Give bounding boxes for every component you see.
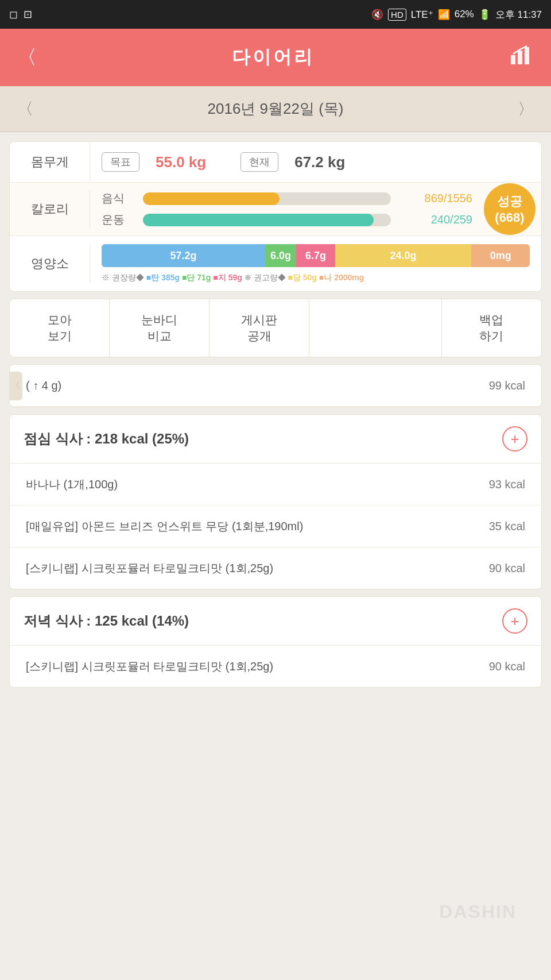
lunch-item-1[interactable]: [매일유업] 아몬드 브리즈 언스위트 무당 (1회분,190ml) 35 kc…	[10, 506, 541, 547]
carb-bar: 57.2g	[102, 244, 265, 267]
app-icon-1: ◻	[9, 8, 18, 21]
lunch-food-name-1: [매일유업] 아몬드 브리즈 언스위트 무당 (1회분,190ml)	[26, 518, 478, 534]
weight-row: 몸무게 목표 55.0 kg 현재 67.2 kg	[10, 142, 541, 183]
svg-rect-0	[511, 55, 515, 64]
food-progress-bg	[143, 192, 391, 205]
calorie-row: 칼로리 음식 869/1556 운동 240/259	[10, 183, 541, 236]
sugar-bar: 24.0g	[335, 244, 471, 267]
next-date-button[interactable]: 〉	[518, 98, 534, 120]
lunch-food-name-0: 바나나 (1개,100g)	[26, 476, 478, 492]
partial-item: ( ↑ 4 g) 99 kcal	[10, 365, 541, 407]
status-left-icons: ◻ ⊡	[9, 8, 32, 21]
dinner-food-kcal-0: 90 kcal	[489, 660, 525, 673]
lunch-food-name-2: [스키니랩] 시크릿포뮬러 타로밀크티맛 (1회,25g)	[26, 560, 478, 576]
dinner-section: 저녁 식사 : 125 kcal (14%) + [스키니랩] 시크릿포뮬러 타…	[9, 596, 542, 688]
lunch-section-header: 점심 식사 : 218 kcal (25%) +	[10, 415, 541, 464]
calorie-label: 칼로리	[10, 190, 90, 228]
fat-bar: 6.7g	[296, 244, 335, 267]
back-button[interactable]: 〈	[17, 44, 37, 71]
sodium-bar: 0mg	[471, 244, 530, 267]
nunbadi-button[interactable]: 눈바디 비교	[110, 299, 209, 357]
current-badge: 현재	[240, 152, 278, 172]
nutrition-bars: 57.2g 6.0g 6.7g 24.0g 0mg	[102, 244, 530, 267]
success-circle: 성공 (668)	[484, 183, 536, 235]
exercise-progress-fill	[143, 214, 374, 226]
weight-label: 몸무게	[10, 143, 90, 181]
time: 오후 11:37	[495, 8, 542, 21]
status-right: 🔇 HD LTE⁺ 📶 62% 🔋 오후 11:37	[371, 8, 542, 21]
svg-rect-2	[525, 47, 529, 64]
status-bar: ◻ ⊡ 🔇 HD LTE⁺ 📶 62% 🔋 오후 11:37	[0, 0, 551, 29]
watermark: DASHIN	[439, 901, 517, 923]
calorie-food-item: 음식 869/1556	[102, 191, 472, 206]
weight-data: 목표 55.0 kg 현재 67.2 kg	[90, 142, 541, 182]
dinner-add-button[interactable]: +	[502, 608, 527, 634]
chart-button[interactable]	[510, 45, 534, 70]
nutrition-label: 영양소	[10, 245, 90, 283]
food-progress-fill	[143, 192, 280, 205]
calorie-data: 음식 869/1556 운동 240/259	[90, 183, 484, 236]
svg-rect-1	[518, 51, 522, 64]
dinner-title: 저녁 식사 : 125 kcal (14%)	[24, 612, 189, 630]
action-bar: 모아 보기 눈바디 비교 게시판 공개 백업 하기	[9, 299, 542, 357]
app-icon-2: ⊡	[24, 8, 32, 21]
nutrition-note: ※ 권장량◆ ■탄 385g ■단 71g ■지 59g ※ 권고량◆ ■당 5…	[102, 273, 530, 283]
partial-section: 〈 ( ↑ 4 g) 99 kcal	[9, 364, 542, 407]
calorie-exercise-item: 운동 240/259	[102, 212, 472, 227]
collapse-arrow[interactable]: 〈	[9, 372, 22, 400]
dinner-food-name-0: [스키니랩] 시크릿포뮬러 타로밀크티맛 (1회,25g)	[26, 658, 478, 674]
partial-food-kcal: 99 kcal	[489, 379, 525, 392]
protein-bar: 6.0g	[265, 244, 296, 267]
goal-badge: 목표	[102, 152, 139, 172]
lunch-add-button[interactable]: +	[502, 426, 527, 452]
lte-label: LTE⁺	[411, 9, 433, 21]
backup-button[interactable]: 백업 하기	[442, 299, 541, 357]
exercise-progress-bg	[143, 214, 391, 226]
page-title: 다이어리	[232, 45, 315, 70]
lunch-title: 점심 식사 : 218 kcal (25%)	[24, 430, 189, 448]
nutrition-data: 57.2g 6.0g 6.7g 24.0g 0mg ※ 권장량◆ ■탄 385g…	[90, 236, 541, 291]
lunch-food-kcal-0: 93 kcal	[489, 478, 525, 491]
dinner-item-0[interactable]: [스키니랩] 시크릿포뮬러 타로밀크티맛 (1회,25g) 90 kcal	[10, 646, 541, 687]
empty-space	[309, 299, 442, 357]
summary-card: 몸무게 목표 55.0 kg 현재 67.2 kg 칼로리 음식 869/155…	[9, 141, 542, 292]
prev-date-button[interactable]: 〈	[17, 98, 33, 120]
lunch-food-kcal-2: 90 kcal	[489, 562, 525, 575]
moabogi-button[interactable]: 모아 보기	[10, 299, 110, 357]
mute-icon: 🔇	[371, 9, 383, 21]
nutrition-row: 영양소 57.2g 6.0g 6.7g 24.0g 0mg ※ 권장량◆ ■탄 …	[10, 236, 541, 291]
signal-icon: 📶	[438, 9, 450, 21]
app-header: 〈 다이어리	[0, 29, 551, 86]
current-date: 2016년 9월22일 (목)	[208, 99, 344, 119]
goal-value: 55.0 kg	[156, 153, 206, 171]
exercise-calorie-nums: 240/259	[398, 213, 472, 226]
lunch-item-0[interactable]: 바나나 (1개,100g) 93 kcal	[10, 464, 541, 506]
battery-pct: 62%	[455, 9, 474, 20]
food-calorie-nums: 869/1556	[398, 192, 472, 205]
dinner-section-header: 저녁 식사 : 125 kcal (14%) +	[10, 597, 541, 646]
exercise-type-label: 운동	[102, 212, 136, 227]
gesipan-button[interactable]: 게시판 공개	[209, 299, 309, 357]
lunch-food-kcal-1: 35 kcal	[489, 520, 525, 533]
lunch-section: 점심 식사 : 218 kcal (25%) + 바나나 (1개,100g) 9…	[9, 414, 542, 589]
lunch-item-2[interactable]: [스키니랩] 시크릿포뮬러 타로밀크티맛 (1회,25g) 90 kcal	[10, 547, 541, 589]
food-type-label: 음식	[102, 191, 136, 206]
partial-food-name: ( ↑ 4 g)	[26, 377, 478, 393]
hd-label: HD	[388, 9, 406, 21]
battery-icon: 🔋	[479, 9, 491, 21]
date-bar: 〈 2016년 9월22일 (목) 〉	[0, 86, 551, 132]
current-value: 67.2 kg	[294, 153, 345, 171]
